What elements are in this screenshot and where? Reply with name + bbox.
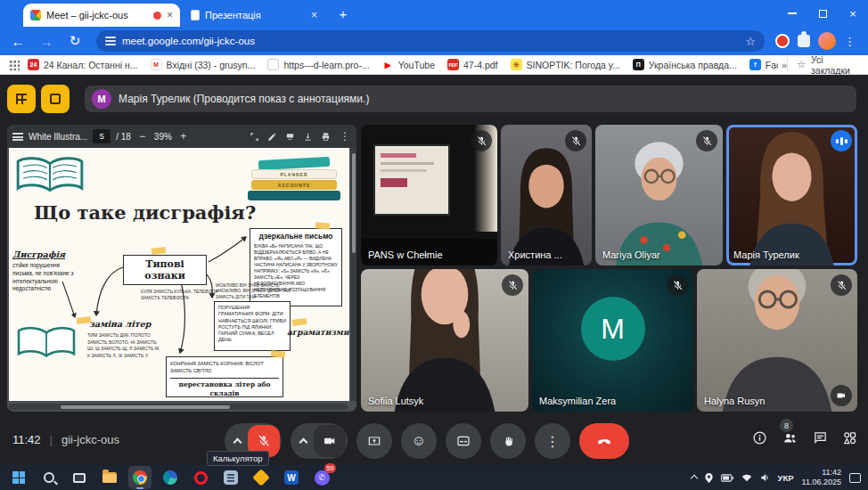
bookmark-item[interactable]: ПУкраїнська правда... xyxy=(633,59,737,70)
horizontal-scrollbar[interactable] xyxy=(9,404,348,410)
chat-button[interactable] xyxy=(813,430,828,445)
annotation-tools-button[interactable] xyxy=(7,85,36,113)
examples-note: КУЛЯ ЗАМІСТЬ КУЛЬКА, ТЕЛЕВІЗОР ЗАМІСТЬ Т… xyxy=(141,289,223,301)
whiteboard-button[interactable] xyxy=(41,85,70,113)
file-explorer-button[interactable] xyxy=(98,466,121,489)
activities-button[interactable] xyxy=(842,430,857,445)
participant-name: Halyna Rusyn xyxy=(704,396,765,406)
meet-favicon-icon xyxy=(30,10,41,20)
language-indicator[interactable]: УКР xyxy=(778,473,794,483)
calculator-taskbar-button[interactable] xyxy=(219,466,242,489)
news-favicon-icon: П xyxy=(633,59,644,70)
download-icon[interactable] xyxy=(303,132,313,142)
minimize-button[interactable] xyxy=(777,0,807,27)
network-icon[interactable] xyxy=(741,473,752,482)
word-icon: W xyxy=(284,470,299,485)
task-view-button[interactable] xyxy=(68,466,91,489)
page-input[interactable] xyxy=(93,129,111,143)
agrammatism-label: аграматизми xyxy=(287,328,342,337)
volume-icon[interactable] xyxy=(760,473,770,482)
notification-center-icon[interactable] xyxy=(849,473,861,483)
opera-taskbar-button[interactable] xyxy=(189,466,212,489)
more-options-button[interactable]: ⋮ xyxy=(535,423,570,459)
bookmark-star-icon[interactable]: ☆ xyxy=(745,35,756,48)
windows-logo-icon xyxy=(12,471,25,484)
reload-button[interactable]: ↻ xyxy=(64,30,86,52)
raise-hand-button[interactable] xyxy=(490,423,526,459)
tab-meet[interactable]: Meet – gii-jckc-ous × xyxy=(23,4,180,27)
new-tab-button[interactable]: + xyxy=(333,5,353,25)
video-tile[interactable]: M Maksymilian Zera xyxy=(532,269,693,412)
meeting-code: gii-jckc-ous xyxy=(61,433,119,446)
captions-button[interactable] xyxy=(446,423,481,459)
tab-presentation[interactable]: Презентація × xyxy=(184,4,324,27)
vertical-scrollbar[interactable] xyxy=(350,148,356,401)
maximize-button[interactable] xyxy=(807,0,838,27)
video-tile[interactable]: Mariya Oliyar xyxy=(595,125,723,265)
antivirus-taskbar-button[interactable] xyxy=(250,466,273,489)
mic-muted-icon xyxy=(502,274,523,296)
mic-off-icon xyxy=(257,434,271,448)
close-tab-icon[interactable]: × xyxy=(311,10,317,20)
page-favicon-icon xyxy=(267,59,279,70)
highlighter-icon[interactable] xyxy=(285,132,295,142)
pdf-viewport[interactable]: PLANNER ACCOUNTS Що таке дисграфія? дзер… xyxy=(7,148,356,412)
video-tile[interactable]: PANS w Chełmie xyxy=(361,125,497,265)
viber-taskbar-button[interactable]: ✆ 59 xyxy=(310,466,333,489)
flip-camera-icon[interactable] xyxy=(831,385,852,406)
battery-icon[interactable] xyxy=(721,474,733,482)
present-button[interactable] xyxy=(356,423,392,459)
participant-name: Mariya Oliyar xyxy=(602,249,660,260)
video-tile[interactable]: Halyna Rusyn xyxy=(697,269,857,412)
all-bookmarks-button[interactable]: ☆ Усі закладки xyxy=(787,58,868,72)
browser-menu-icon[interactable]: ⋮ xyxy=(844,35,856,48)
leave-call-button[interactable] xyxy=(579,423,629,459)
reactions-button[interactable]: ☺ xyxy=(401,423,437,459)
zoom-in-button[interactable]: + xyxy=(177,130,190,143)
bookmark-item[interactable]: ▶YouTube xyxy=(382,59,435,70)
bookmark-item[interactable]: fFacebook xyxy=(749,59,778,70)
mic-muted-icon xyxy=(565,130,586,151)
bookmark-item[interactable]: 2424 Канал: Останні н... xyxy=(28,59,138,70)
extension-icon[interactable] xyxy=(775,34,790,48)
open-book-illustration xyxy=(12,153,87,201)
close-window-button[interactable]: × xyxy=(838,0,868,27)
print-icon[interactable] xyxy=(321,132,331,142)
meeting-details-button[interactable] xyxy=(752,430,767,445)
presentation-slide: PLANNER ACCOUNTS Що таке дисграфія? дзер… xyxy=(9,148,349,401)
forward-button[interactable]: → xyxy=(36,30,57,52)
word-taskbar-button[interactable]: W xyxy=(280,466,303,489)
site-favicon-icon: 24 xyxy=(28,59,39,70)
pdf-more-options-icon[interactable]: ⋮ xyxy=(339,130,351,143)
edge-taskbar-button[interactable] xyxy=(159,466,182,489)
address-bar[interactable]: meet.google.com/gii-jckc-ous ☆ xyxy=(96,30,765,52)
video-tile[interactable]: Христина ... xyxy=(501,125,592,265)
people-button[interactable] xyxy=(782,430,798,445)
zoom-level: 39% xyxy=(154,132,172,142)
bookmark-item[interactable]: PDF47-4.pdf xyxy=(447,59,498,70)
site-settings-icon[interactable] xyxy=(105,37,116,45)
pen-icon[interactable] xyxy=(267,132,277,142)
zoom-out-button[interactable]: − xyxy=(136,130,149,143)
start-button[interactable] xyxy=(7,466,30,489)
camera-button[interactable] xyxy=(314,425,346,457)
mic-options-button[interactable] xyxy=(226,437,248,445)
bookmark-item[interactable]: MВхідні (33) - grusyn... xyxy=(151,59,256,70)
apps-grid-icon[interactable] xyxy=(9,60,20,70)
taskbar-search-button[interactable] xyxy=(37,466,61,489)
page-total: / 18 xyxy=(116,132,131,142)
camera-options-button[interactable] xyxy=(292,437,314,445)
profile-avatar[interactable] xyxy=(818,32,836,50)
hidden-icons-chevron-icon[interactable] xyxy=(690,475,697,482)
chrome-taskbar-button[interactable] xyxy=(128,466,151,489)
extensions-puzzle-icon[interactable] xyxy=(798,35,810,47)
fit-page-icon[interactable] xyxy=(250,132,259,142)
sidebar-toggle-icon[interactable] xyxy=(12,133,23,141)
taskbar-clock[interactable]: 11:42 11.06.2025 xyxy=(802,468,841,488)
video-tile-speaking[interactable]: Марія Турелик xyxy=(726,125,857,265)
bookmark-item[interactable]: https---d-learn.pro-... xyxy=(267,59,369,70)
bookmark-item[interactable]: ☀SINOPTIK: Погода у... xyxy=(511,59,620,70)
back-button[interactable]: ← xyxy=(7,30,29,52)
close-tab-icon[interactable]: × xyxy=(167,10,173,20)
video-tile[interactable]: Sofiia Lutsyk xyxy=(361,269,528,412)
